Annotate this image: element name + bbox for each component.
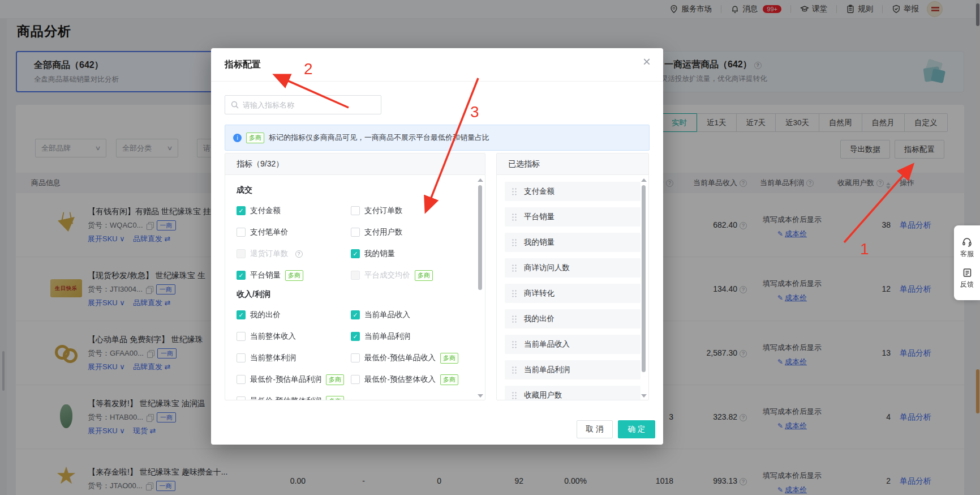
- indicator-search-box[interactable]: [225, 95, 381, 114]
- indicator-pool-title: 指标（9/32）: [225, 153, 485, 175]
- selected-indicator-item[interactable]: 商详转化: [505, 284, 641, 303]
- indicator-checkbox-item[interactable]: 支付笔单价: [237, 226, 351, 238]
- multi-merchant-badge: 多商: [440, 374, 458, 385]
- checkbox-checked-icon[interactable]: [351, 310, 360, 319]
- indicator-checkbox-item[interactable]: 最低价-预估整体收入多商: [351, 373, 469, 386]
- drag-handle-icon[interactable]: [512, 366, 517, 374]
- indicator-checkbox-item[interactable]: 我的出价: [237, 309, 351, 321]
- checkbox-checked-icon[interactable]: [351, 249, 360, 258]
- checkbox-icon[interactable]: [351, 228, 360, 237]
- indicator-checkbox-item[interactable]: 最低价-预估单品收入多商: [351, 352, 469, 364]
- indicator-checkbox-item[interactable]: 支付用户数: [351, 226, 469, 238]
- indicator-pool-list: 成交 支付金额 支付订单数 支付笔单价 支付用户数 退货订单数 我的销量 平台销…: [225, 175, 485, 400]
- indicator-checkbox-item[interactable]: 平台销量多商: [237, 269, 351, 281]
- cancel-button[interactable]: 取 消: [577, 420, 613, 438]
- indicator-checkbox-item[interactable]: 支付订单数: [351, 204, 469, 217]
- checkbox-icon[interactable]: [351, 206, 360, 215]
- checkbox-icon[interactable]: [237, 332, 246, 341]
- drag-handle-icon[interactable]: [512, 391, 517, 399]
- scrollbar[interactable]: [641, 178, 647, 398]
- customer-service-button[interactable]: 客服: [960, 237, 974, 259]
- indicator-checkbox-item[interactable]: 当前整体收入: [237, 330, 351, 343]
- search-icon: [231, 101, 239, 109]
- indicator-checkbox-item[interactable]: 最低价-预估单品利润多商: [237, 373, 351, 386]
- selected-indicators-list: 支付金额 平台销量 我的销量 商详访问人数 商详转化 我的出价 当前单品收入 当…: [497, 175, 648, 400]
- selected-indicators-panel: 已选指标 支付金额 平台销量 我的销量 商详访问人数 商详转化 我的出价 当前单…: [496, 153, 649, 400]
- section-title: 收入/利润: [237, 289, 469, 300]
- selected-indicator-item[interactable]: 支付金额: [505, 182, 641, 201]
- indicator-checkbox-item[interactable]: 当前整体利润: [237, 352, 351, 364]
- drag-handle-icon[interactable]: [512, 289, 517, 297]
- indicator-search-input[interactable]: [243, 101, 375, 109]
- indicator-checkbox-item[interactable]: 当前单品利润: [351, 330, 469, 343]
- checkbox-icon[interactable]: [237, 396, 246, 400]
- customer-service-label: 客服: [960, 249, 974, 259]
- drag-handle-icon[interactable]: [512, 264, 517, 272]
- selected-indicator-item[interactable]: 商详访问人数: [505, 258, 641, 278]
- checkbox-checked-icon[interactable]: [237, 271, 246, 280]
- modal-header: [211, 48, 663, 82]
- headset-icon: [962, 237, 972, 247]
- scrollbar-thumb[interactable]: [642, 185, 646, 372]
- drag-handle-icon[interactable]: [512, 213, 517, 221]
- info-icon: i: [233, 134, 242, 142]
- scroll-up-icon[interactable]: [478, 178, 483, 182]
- checkbox-icon[interactable]: [351, 375, 360, 384]
- selected-indicator-item[interactable]: 收藏用户数: [505, 386, 641, 400]
- checkbox-checked-icon[interactable]: [237, 206, 246, 215]
- multi-merchant-badge: 多商: [415, 270, 433, 281]
- checkbox-disabled-icon: [351, 271, 360, 280]
- indicator-checkbox-item[interactable]: 支付金额: [237, 204, 351, 217]
- checkbox-disabled-icon: [237, 249, 246, 258]
- selected-indicator-item[interactable]: 平台销量: [505, 207, 641, 227]
- banner-text: 标记的指标仅多商商品可见，一商商品不展示平台最低价和销量占比: [269, 133, 489, 143]
- confirm-button[interactable]: 确 定: [618, 420, 655, 438]
- scroll-down-icon[interactable]: [641, 394, 647, 398]
- multi-merchant-badge: 多商: [440, 353, 458, 364]
- drag-handle-icon[interactable]: [512, 238, 517, 246]
- multi-merchant-badge: 多商: [326, 374, 344, 385]
- drag-handle-icon[interactable]: [512, 187, 517, 195]
- checkbox-icon[interactable]: [237, 228, 246, 237]
- close-icon[interactable]: ×: [643, 55, 651, 69]
- selected-indicator-item[interactable]: 我的销量: [505, 233, 641, 252]
- indicator-checkbox-item[interactable]: 我的销量: [351, 248, 469, 260]
- scrollbar-thumb[interactable]: [478, 185, 482, 290]
- selected-indicators-title: 已选指标: [497, 153, 648, 175]
- feedback-label: 反馈: [960, 280, 974, 289]
- checkbox-icon[interactable]: [237, 353, 246, 362]
- scroll-down-icon[interactable]: [478, 394, 483, 398]
- indicator-checkbox-item[interactable]: 最低价-预估整体利润多商: [237, 395, 351, 400]
- checkbox-icon[interactable]: [351, 353, 360, 362]
- indicator-config-modal: 指标配置 × i 多商 标记的指标仅多商商品可见，一商商品不展示平台最低价和销量…: [211, 48, 663, 445]
- modal-title: 指标配置: [225, 59, 261, 71]
- info-banner: i 多商 标记的指标仅多商商品可见，一商商品不展示平台最低价和销量占比: [225, 125, 650, 151]
- multi-merchant-badge: 多商: [246, 133, 264, 143]
- section-title: 成交: [237, 185, 469, 195]
- multi-merchant-badge: 多商: [285, 270, 303, 281]
- multi-merchant-badge: 多商: [326, 396, 344, 401]
- help-icon[interactable]: [295, 250, 303, 258]
- checkbox-checked-icon[interactable]: [351, 332, 360, 341]
- selected-indicator-item[interactable]: 当前单品收入: [505, 335, 641, 354]
- drag-handle-icon[interactable]: [512, 315, 517, 323]
- indicator-checkbox-item-disabled: 平台成交均价多商: [351, 269, 469, 281]
- feedback-button[interactable]: 反馈: [960, 268, 974, 289]
- checkbox-icon[interactable]: [237, 375, 246, 384]
- indicator-pool-panel: 指标（9/32） 成交 支付金额 支付订单数 支付笔单价 支付用户数 退货订单数…: [225, 153, 485, 400]
- scrollbar[interactable]: [477, 178, 483, 398]
- feedback-doc-icon: [962, 268, 972, 278]
- floating-helper-panel: 客服 反馈: [954, 225, 980, 300]
- checkbox-checked-icon[interactable]: [237, 310, 246, 319]
- drag-handle-icon[interactable]: [512, 340, 517, 348]
- scroll-up-icon[interactable]: [641, 178, 647, 182]
- indicator-checkbox-item-disabled: 退货订单数: [237, 248, 351, 260]
- selected-indicator-item[interactable]: 我的出价: [505, 309, 641, 328]
- selected-indicator-item[interactable]: 当前单品利润: [505, 360, 641, 379]
- indicator-checkbox-item[interactable]: 当前单品收入: [351, 309, 469, 321]
